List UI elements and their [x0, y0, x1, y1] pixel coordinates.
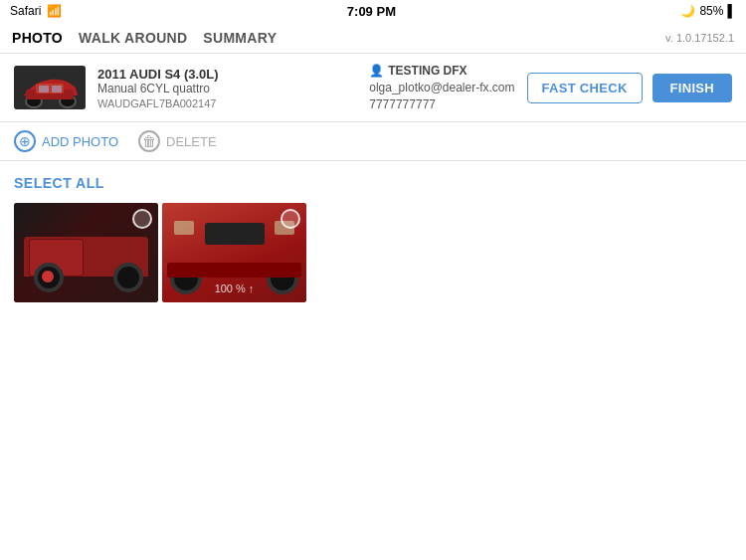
battery-icon: ▌	[727, 4, 736, 18]
battery-label: 85%	[699, 4, 723, 18]
vehicle-thumbnail	[14, 66, 86, 109]
svg-rect-6	[52, 86, 62, 93]
fast-check-button[interactable]: FAST CHECK	[527, 73, 643, 103]
vehicle-vin: WAUDGAFL7BA002147	[97, 97, 357, 109]
photo2-select-circle	[280, 209, 300, 229]
photo-item-1[interactable]	[14, 203, 158, 302]
toolbar: ⊕ ADD PHOTO 🗑 DELETE	[0, 122, 746, 161]
nav-bar: PHOTO WALK AROUND SUMMARY v. 1.0.17152.1	[0, 22, 746, 54]
add-photo-label: ADD PHOTO	[42, 134, 118, 149]
status-time: 7:09 PM	[347, 4, 396, 19]
action-buttons: FAST CHECK FINISH	[527, 73, 732, 103]
car1-wheel2	[113, 263, 143, 292]
car1-brake-caliper	[42, 271, 54, 282]
nav-summary[interactable]: SUMMARY	[203, 30, 277, 46]
safari-label: Safari	[10, 4, 41, 18]
photo2-progress-label: 100 % ↑	[215, 282, 255, 294]
trash-icon: 🗑	[138, 130, 160, 152]
finish-button[interactable]: FINISH	[653, 74, 732, 102]
car2-bumper	[167, 263, 301, 278]
owner-phone: 7777777777	[369, 97, 514, 111]
owner-name: 👤 TESTING DFX	[369, 64, 514, 78]
person-icon: 👤	[369, 64, 384, 78]
photo-grid: 100 % ↑	[14, 203, 732, 302]
vehicle-name: 2011 AUDI S4 (3.0L)	[97, 67, 357, 82]
moon-icon: 🌙	[680, 4, 695, 18]
camera-icon: ⊕	[14, 130, 36, 152]
main-content: SELECT ALL	[0, 161, 746, 316]
nav-photo[interactable]: PHOTO	[12, 30, 63, 46]
photo-item-2[interactable]: 100 % ↑	[162, 203, 306, 302]
photo1-select-circle	[132, 209, 152, 229]
status-left: Safari 📶	[10, 4, 62, 18]
delete-button[interactable]: 🗑 DELETE	[138, 130, 217, 152]
status-bar: Safari 📶 7:09 PM 🌙 85% ▌	[0, 0, 746, 22]
status-right: 🌙 85% ▌	[680, 4, 736, 18]
owner-email: olga_plotko@dealer-fx.com	[369, 81, 514, 94]
owner-info: 👤 TESTING DFX olga_plotko@dealer-fx.com …	[369, 64, 514, 111]
car2-headlight-left	[174, 221, 194, 235]
vehicle-row: 2011 AUDI S4 (3.0L) Manual 6CYL quattro …	[0, 54, 746, 122]
svg-rect-5	[39, 86, 49, 93]
version-label: v. 1.0.17152.1	[665, 32, 734, 44]
wifi-icon: 📶	[47, 4, 62, 18]
add-photo-button[interactable]: ⊕ ADD PHOTO	[14, 130, 118, 152]
nav-walk-around[interactable]: WALK AROUND	[79, 30, 187, 46]
vehicle-details: 2011 AUDI S4 (3.0L) Manual 6CYL quattro …	[97, 67, 357, 109]
delete-label: DELETE	[166, 134, 217, 149]
car2-grill	[205, 223, 265, 245]
vehicle-transmission: Manual 6CYL quattro	[97, 82, 357, 95]
select-all-button[interactable]: SELECT ALL	[14, 175, 732, 191]
